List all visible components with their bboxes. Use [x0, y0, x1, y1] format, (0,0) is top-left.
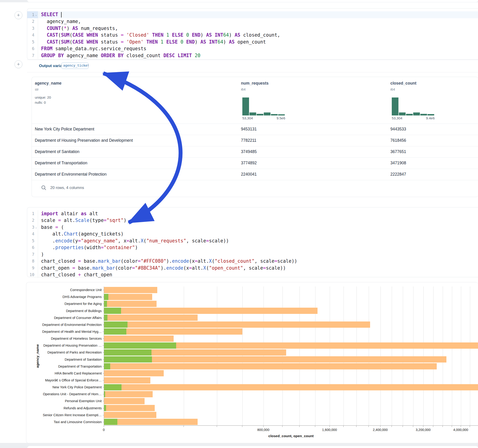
- x-axis-tick: [183, 426, 184, 427]
- x-axis-tick-label: 2,400,000: [373, 428, 388, 432]
- add-cell-button-middle[interactable]: +: [14, 60, 22, 68]
- chart-bar-open_count: [104, 419, 117, 425]
- table-cell: New York City Police Department: [35, 127, 94, 132]
- sql-code-lines: 1⌄SELECT 2 agency_name,3 COUNT(*) AS num…: [27, 11, 478, 59]
- chart-output-cell: agency_name Correspondence UnitDHS Advan…: [26, 282, 478, 443]
- code-line[interactable]: 4 CAST(SUM(CASE WHEN status = 'Closed' T…: [27, 32, 478, 39]
- y-axis-label: Department of Health and Mental Hyg…: [27, 330, 102, 333]
- table-row[interactable]: Department of Transportation377489234719…: [32, 157, 478, 169]
- table-row[interactable]: Department of Sanitation37494853677651: [32, 146, 478, 157]
- y-axis-label: Department of Buildings: [27, 309, 102, 313]
- chart-bar-open_count: [104, 349, 151, 356]
- column-type: str: [35, 87, 39, 91]
- code-text: GROUP BY agency_name ORDER BY closed_cou…: [38, 53, 200, 58]
- code-line[interactable]: 6 .properties(width="container"): [27, 244, 478, 251]
- chart-bar-closed_count: [104, 377, 150, 384]
- y-axis-label: Department of Transportation: [27, 365, 102, 368]
- x-axis-tick-label: 1,600,000: [322, 428, 337, 432]
- line-number: 4: [32, 33, 34, 37]
- code-line[interactable]: 5 .encode(y="agency_name", x=alt.X("num_…: [27, 237, 478, 244]
- search-icon[interactable]: [41, 185, 47, 192]
- line-number: 4: [32, 232, 34, 236]
- code-text: alt.Chart(agency_tickets): [38, 231, 124, 237]
- chart-bar-open_count: [104, 328, 126, 335]
- chart-bar-closed_count: [104, 301, 157, 307]
- add-cell-button-top[interactable]: +: [14, 11, 22, 19]
- x-axis-tick: [423, 426, 423, 427]
- table-row[interactable]: New York City Police Department945313194…: [32, 124, 478, 135]
- code-line[interactable]: 3⌄base = (: [27, 224, 478, 231]
- y-axis-label: Operations Unit - Department of Hom…: [27, 392, 102, 396]
- line-gutter: 10: [27, 272, 38, 278]
- gridline: [264, 286, 264, 425]
- column-header-agency_name[interactable]: agency_name: [35, 81, 62, 86]
- code-line[interactable]: 10chart_closed + chart_open: [27, 272, 478, 278]
- code-line[interactable]: 7): [27, 251, 478, 258]
- chart-bar-open_count: [104, 363, 110, 369]
- chart-bar-closed_count: [104, 308, 318, 314]
- histogram-bar: [278, 114, 285, 115]
- chart-bar-closed_count: [104, 419, 198, 425]
- code-line[interactable]: 7GROUP BY agency_name ORDER BY closed_co…: [27, 52, 478, 59]
- code-text: chart_closed + chart_open: [38, 272, 112, 277]
- y-axis-label: Refunds and Adjustments: [27, 406, 102, 410]
- gridline: [283, 286, 283, 425]
- table-row[interactable]: Department of Housing Preservation and D…: [32, 135, 478, 146]
- line-number: 1: [32, 12, 34, 17]
- line-gutter: 5: [27, 237, 38, 244]
- chart-bar-closed_count: [104, 391, 153, 397]
- chart-bar-closed_count: [104, 363, 437, 369]
- x-axis-tick-label: 0: [103, 428, 105, 432]
- column-header-num_requests[interactable]: num_requests: [241, 81, 269, 86]
- previous-cell-edge: [27, 0, 478, 2]
- code-line[interactable]: 5 CAST(SUM(CASE WHEN status = 'Open' THE…: [27, 38, 478, 45]
- histogram-bar: [406, 114, 413, 115]
- y-axis-label: Department of Consumer Affairs: [27, 316, 102, 320]
- chart-bar-closed_count: [104, 412, 156, 418]
- chart-bar-closed_count: [104, 356, 447, 362]
- chart-bar-open_count: [104, 405, 106, 411]
- code-line[interactable]: 6FROM sample_data.nyc.service_requests: [27, 45, 478, 52]
- line-number: 10: [30, 272, 34, 277]
- code-line[interactable]: 9chart_open = base.mark_bar(color="#8BC3…: [27, 265, 478, 272]
- chart-bar-open_count: [104, 301, 107, 307]
- histogram-bar: [420, 114, 427, 115]
- y-axis-label: New York City Police Department: [27, 385, 102, 389]
- code-line[interactable]: 8chart_closed = base.mark_bar(color="#FF…: [27, 258, 478, 265]
- output-variable-input[interactable]: agency_tickets: [61, 62, 88, 69]
- line-gutter: 2: [27, 18, 38, 25]
- x-axis-tick: [356, 426, 357, 427]
- line-number: 7: [32, 252, 34, 257]
- histogram-bar: [428, 114, 434, 115]
- fold-chevron-icon[interactable]: ⌄: [34, 226, 38, 229]
- fold-chevron-icon[interactable]: ⌄: [34, 13, 38, 16]
- column-header-closed_count[interactable]: closed_count: [390, 81, 416, 86]
- histogram-max-label: 9.5e6: [242, 116, 285, 120]
- gridline: [300, 286, 300, 425]
- code-text: COUNT(*) AS num_requests,: [38, 25, 118, 31]
- line-number: 5: [32, 238, 34, 243]
- sql-code-cell[interactable]: 1⌄SELECT 2 agency_name,3 COUNT(*) AS num…: [27, 8, 478, 60]
- table-cell: 2222847: [390, 172, 406, 177]
- code-line[interactable]: 3 COUNT(*) AS num_requests,: [27, 25, 478, 32]
- code-text: .properties(width="container"): [38, 245, 138, 250]
- x-axis-tick: [242, 426, 242, 427]
- code-line[interactable]: 2 agency_name,: [27, 18, 478, 25]
- code-line[interactable]: 1⌄SELECT: [27, 11, 478, 18]
- line-number: 9: [32, 266, 34, 270]
- line-gutter: 6: [27, 244, 38, 251]
- line-gutter: 5: [27, 38, 38, 45]
- gridline: [403, 286, 403, 425]
- code-text: chart_closed = base.mark_bar(color="#FFC…: [38, 258, 297, 264]
- python-code-cell[interactable]: 1import altair as alt2scale = alt.Scale(…: [27, 207, 478, 277]
- code-line[interactable]: 2scale = alt.Scale(type="sqrt"): [27, 217, 478, 224]
- table-cell: 3749485: [241, 149, 257, 154]
- table-row[interactable]: Department of Environmental Protection22…: [32, 169, 478, 180]
- gridline: [344, 286, 344, 425]
- code-line[interactable]: 4 alt.Chart(agency_tickets): [27, 231, 478, 238]
- histogram-bar: [271, 114, 278, 115]
- y-axis-label: Department of Environmental Protection: [27, 323, 102, 327]
- code-line[interactable]: 1import altair as alt: [27, 210, 478, 217]
- output-variable-row: Output variable: agency_tickets: [27, 60, 478, 72]
- chart-x-axis-title: closed_count, open_count: [104, 434, 478, 438]
